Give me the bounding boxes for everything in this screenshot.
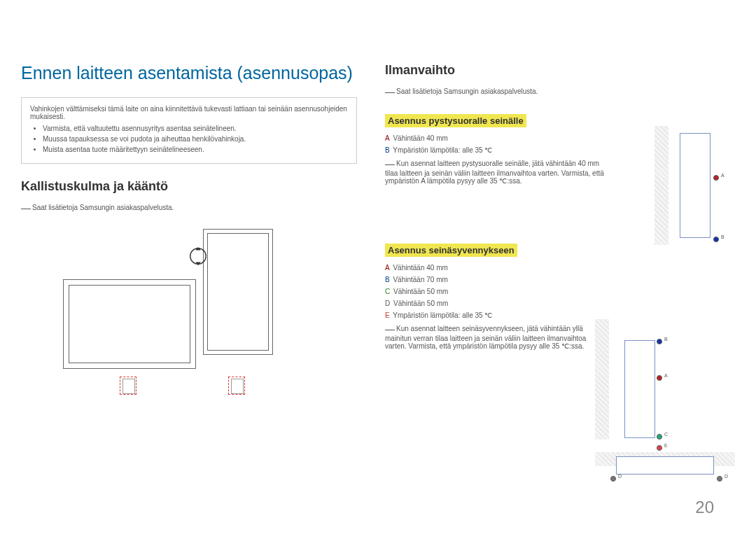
- rotate-arrow-icon: [188, 246, 209, 267]
- subheading-recessed-wall: Asennus seinäsyvennykseen: [385, 244, 517, 257]
- tilt-rotate-diagram: [63, 225, 273, 407]
- sec1-note: ―Kun asennat laitteen pystysuoralle sein…: [385, 158, 609, 185]
- ventilation-note: ―Saat lisätietoja Samsungin asiakaspalve…: [385, 86, 735, 97]
- label-a: A: [385, 134, 390, 142]
- main-heading: Ennen laitteen asentamista (asennusopas): [21, 63, 357, 83]
- warning-item: Muista asentaa tuote määritettyyn seinät…: [43, 146, 348, 153]
- subheading-vertical-wall: Asennus pystysuoralle seinälle: [385, 114, 526, 127]
- warning-item: Muussa tapauksessa se voi pudota ja aihe…: [43, 135, 348, 143]
- section-heading-ventilation: Ilmanvaihto: [385, 63, 735, 78]
- page-number: 20: [695, 498, 714, 517]
- sec2-note: ―Kun asennat laitteen seinäsyvennykseen,…: [385, 323, 595, 350]
- tilt-note: ―Saat lisätietoja Samsungin asiakaspalve…: [21, 202, 357, 213]
- wall-install-diagram: A B: [654, 126, 735, 245]
- svg-point-0: [190, 248, 206, 265]
- section-heading-tilt: Kallistuskulma ja kääntö: [21, 179, 357, 194]
- label-b: B: [385, 146, 390, 154]
- warning-box: Vahinkojen välttämiseksi tämä laite on a…: [21, 97, 357, 164]
- recess-install-diagram: A B C E D D: [595, 319, 735, 486]
- warning-intro: Vahinkojen välttämiseksi tämä laite on a…: [30, 105, 348, 120]
- warning-item: Varmista, että valtuutettu asennusyritys…: [43, 125, 348, 132]
